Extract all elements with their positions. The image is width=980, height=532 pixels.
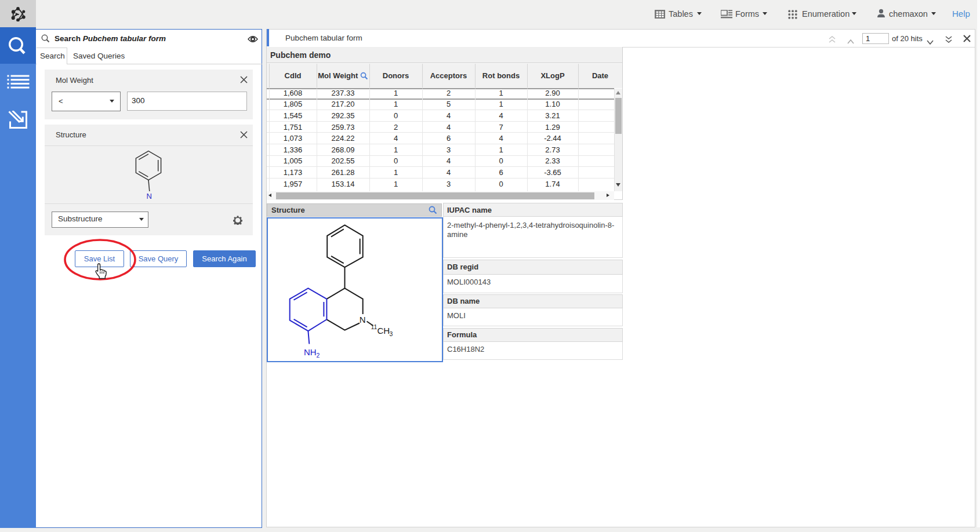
svg-text:N: N [360, 315, 366, 325]
svg-text:CH: CH [378, 326, 390, 336]
svg-text:NH: NH [304, 347, 317, 357]
svg-text:11: 11 [371, 323, 378, 330]
svg-text:N: N [147, 192, 152, 201]
svg-text:2: 2 [317, 352, 320, 359]
svg-text:3: 3 [390, 330, 393, 337]
